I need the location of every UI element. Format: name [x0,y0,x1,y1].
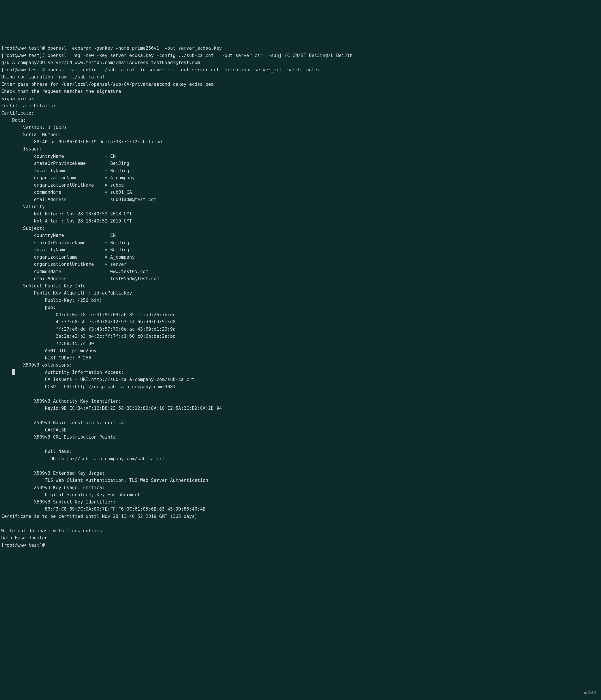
command-req-line2: g/O=A_company/OU=server/CN=www.test05.co… [1,60,200,65]
output-check-signature: Check that the request matches the signa… [1,89,121,94]
output-crl-uri: URI:http://sub-ca.a-company.com/sub-ca.c… [1,456,165,461]
output-nist-curve: NIST CURVE: P-256 [1,355,91,360]
output-version: Version: 3 (0x2) [1,125,67,130]
cursor-pad [1,370,12,375]
output-issuer-cn: commonName = sub01_CA [1,190,132,195]
command-genkey: openssl ecparam -genkey -name prime256v1… [48,45,222,51]
output-cert-details-header: Certificate Details: [1,103,56,108]
output-spki-label: Subject Public Key Info: [1,283,89,289]
output-data-header: Data: [1,117,26,123]
output-public-key-algorithm: Public Key Algorithm: id-ecPublicKey [1,290,132,296]
output-pub-line3: ff:27:e6:dd:f3:43:57:70:0e:ac:43:69:d1:2… [1,326,178,332]
output-subject-label: Subject: [1,226,45,231]
output-issuer-state: stateOrProvinceName = BeiJing [1,160,129,166]
output-write-out-database: Write out database with 1 new entries [1,528,102,533]
output-public-key-bits: Public-Key: (256 bit) [1,298,102,303]
output-pub-line4: 3a:2e:e2:b3:b4:2c:ff:7f:c1:60:c0:6b:de:2… [1,333,178,339]
output-not-after: Not After : Nov 28 13:40:52 2019 GMT [1,218,132,224]
output-issuer-ou: organizationalUnitName = subca [1,182,124,188]
output-subject-email: emailAddress = test05adm@test.com [1,276,159,281]
output-subject-state: stateOrProvinceName = BeiJing [1,240,129,245]
output-validity-label: Validity [1,204,45,209]
output-extended-key-usage-value: TLS Web Client Authentication, TLS Web S… [1,477,208,483]
output-key-usage-value: Digital Signature, Key Encipherment [1,492,140,497]
output-issuer-label: Issuer: [1,146,42,152]
output-crl-label: X509v3 CRL Distribution Points: [1,434,121,440]
output-subject-locality: localityName = BeiJing [1,247,129,252]
shell-prompt: [root@www test]# [1,45,48,51]
output-issuer-org: organizationName = A_company [1,175,135,180]
cloud-icon [584,692,587,694]
output-certified-until: Certificate is to be certified until Nov… [1,514,197,519]
output-subject-countryname: countryName = CN [1,233,116,238]
output-ski-label: X509v3 Subject Key Identifier: [1,499,118,505]
shell-prompt: [root@www test]# [1,53,48,58]
output-key-usage-label: X509v3 Key Usage: critical [1,485,105,490]
command-req-line1: openssl req -new -key server_ecdsa.key -… [48,53,352,58]
shell-prompt: [root@www test]# [1,543,48,548]
output-pub-label: pub: [1,305,56,310]
output-extended-key-usage-label: X509v3 Extended Key Usage: [1,470,107,476]
output-issuer-locality: localityName = BeiJing [1,168,129,173]
output-pub-line5: 72:08:f5:7c:00 [1,341,94,346]
output-crl-fullname: Full Name: [1,449,72,454]
output-pub-line2: 41:37:68:5b:e5:89:84:12:93:14:6b:d0:bd:5… [1,319,178,324]
output-basic-constraints-label: X509v3 Basic Constraints: critical [1,420,126,425]
output-aia-ocsp: OCSP - URI:http://ocsp.sub-ca.a-company.… [1,384,175,389]
output-issuer-countryname: countryName = CN [1,153,116,159]
output-subject-ou: organizationalUnitName = server [1,261,126,267]
output-subject-org: organizationName = A_company [1,254,135,260]
output-basic-constraints-value: CA:FALSE [1,427,67,432]
output-pub-line1: 04:cb:0a:18:1e:3f:9f:09:a6:85:1c:a9:26:7… [1,312,178,317]
output-serial-label: Serial Number: [1,132,61,137]
output-using-config: Using configuration from ../sub-ca.cnf [1,74,105,79]
output-ski-value: 86:F3:C8:69:7C:0A:00:7E:FF:F6:0C:61:05:6… [1,506,206,512]
output-asn1-oid: ASN1 OID: prime256v1 [1,348,99,353]
watermark: 亿速云 [582,685,597,695]
output-signature-ok: Signature ok [1,96,34,101]
output-issuer-email: emailAddress = sub01adm@test.com [1,197,157,202]
output-certificate-header: Certificate: [1,110,34,116]
output-aki-value: keyid:9B:EC:B4:AF:12:B8:23:58:BC:12:86:8… [1,405,222,411]
output-not-before: Not Before: Nov 28 13:40:52 2018 GMT [1,211,132,217]
output-x509v3-extensions-label: X509v3 extensions: [1,362,72,368]
watermark-text: 亿速云 [588,691,597,694]
output-subject-cn: commonName = www.test05.com [1,269,148,274]
shell-prompt: [root@www test]# [1,67,48,72]
output-database-updated: Data Base Updated [1,535,48,541]
terminal[interactable]: [root@www test]# openssl ecparam -genkey… [0,36,601,700]
output-aki-label: X509v3 Authority Key Identifier: [1,398,124,404]
command-ca: openssl ca -config ../sub-ca.cnf -in ser… [48,67,322,72]
output-aia-ca-issuers: CA Issuers - URI:http://sub-ca.a-company… [1,377,195,382]
output-serial-value: 88:40:ac:09:86:09:b6:19:9d:fa:33:71:f2:c… [1,139,162,145]
output-aia-label: Authority Information Access: [12,370,127,375]
output-passphrase-prompt: Enter pass phrase for /usr/local/openssl… [1,81,216,87]
